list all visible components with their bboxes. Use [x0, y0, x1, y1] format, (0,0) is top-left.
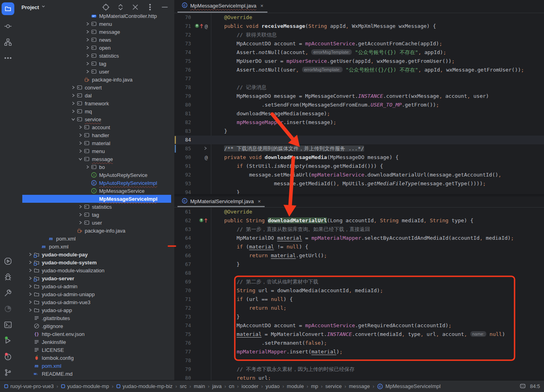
chevron-right-icon[interactable]: [70, 92, 76, 99]
line-number[interactable]: 84: [174, 136, 191, 144]
code-line-80[interactable]: 80 return url;: [174, 374, 544, 380]
line-number[interactable]: 92: [174, 171, 191, 179]
line-number[interactable]: 81: [174, 109, 191, 118]
chevron-right-icon[interactable]: [27, 259, 33, 266]
tree-item-tag[interactable]: tag: [16, 60, 174, 68]
code-line-74[interactable]: 74 Assert.notNull(account, errorMsgTempl…: [174, 48, 544, 57]
chevron-right-icon[interactable]: [77, 132, 84, 138]
close-icon[interactable]: ×: [260, 3, 263, 9]
chevron-right-icon[interactable]: [84, 60, 91, 67]
breadcrumb-item[interactable]: mp: [311, 383, 318, 389]
line-number[interactable]: 78: [174, 356, 191, 365]
tree-item-framework[interactable]: framework: [16, 99, 174, 107]
tree-item-readme-md[interactable]: M↓README.md: [16, 370, 174, 378]
line-number[interactable]: 71: [174, 295, 191, 304]
code-line-67[interactable]: 67 }: [174, 260, 544, 269]
line-number[interactable]: 90: [174, 153, 191, 162]
tool-button-git-icon[interactable]: [2, 366, 14, 379]
breadcrumb-item[interactable]: main: [194, 383, 205, 389]
line-number[interactable]: 85: [174, 144, 191, 153]
breadcrumb-item[interactable]: iocoder: [242, 383, 259, 389]
tree-item-service[interactable]: service: [16, 115, 174, 123]
tree-item-pom-xml[interactable]: mpom.xml: [16, 362, 174, 370]
chevron-right-icon[interactable]: [84, 68, 91, 75]
chevron-right-icon[interactable]: [84, 45, 91, 51]
code-line-80[interactable]: 80 .setSendFrom(MpMessageSendFromEnum.US…: [174, 101, 544, 109]
tree-item-dal[interactable]: dal: [16, 91, 174, 99]
tab-mpmaterialserviceimpl[interactable]: C MpMaterialServiceImpl.java ×: [177, 196, 265, 207]
tool-button-problems-icon[interactable]: [2, 351, 14, 363]
line-number[interactable]: 91: [174, 162, 191, 171]
tree-item-handler[interactable]: handler: [16, 131, 174, 139]
line-number[interactable]: 75: [174, 330, 191, 339]
tree-item-open[interactable]: open: [16, 44, 174, 52]
breadcrumb-item[interactable]: ruoyi-vue-pro-vue3: [4, 383, 54, 389]
line-number[interactable]: 70: [174, 286, 191, 295]
code-area-top[interactable]: 70 @Override71@ public void receiveMessa…: [174, 13, 544, 194]
code-line-75[interactable]: 75 material = MpMaterialConvert.INSTANCE…: [174, 330, 544, 339]
tree-item-mpautoreplyservice[interactable]: IMpAutoReplyService: [16, 171, 174, 179]
chevron-right-icon[interactable]: [70, 108, 76, 114]
chevron-right-icon[interactable]: [77, 204, 84, 210]
gutter-ovr-icon[interactable]: [199, 216, 208, 225]
code-line-76[interactable]: 76 Assert.notNull(user, errorMsgTemplate…: [174, 66, 544, 74]
code-line-70[interactable]: 70 String url = downloadMedia(accountId,…: [174, 286, 544, 295]
tree-item-material[interactable]: material: [16, 139, 174, 147]
code-line-74[interactable]: 74 MpAccountDO account = mpAccountServic…: [174, 321, 544, 330]
tree-item-mq[interactable]: mq: [16, 107, 174, 115]
chevron-right-icon[interactable]: [84, 37, 91, 43]
code-line-85[interactable]: 85 /** 下载消息使用到的媒体文件，并上传到文件服务 ...*/: [174, 144, 544, 153]
tree-item-message[interactable]: message: [16, 155, 174, 163]
chevron-right-icon[interactable]: [27, 291, 33, 297]
close-icon[interactable]: ×: [258, 198, 261, 204]
kebab-icon[interactable]: [146, 3, 154, 11]
tree-item-mpautoreplyserviceimpl[interactable]: CMpAutoReplyServiceImpl: [16, 179, 174, 187]
line-number[interactable]: 72: [174, 31, 191, 39]
code-area-bottom[interactable]: 61 @Override62 public String downloadMat…: [174, 208, 544, 380]
breadcrumb-item[interactable]: module: [287, 383, 304, 389]
line-number[interactable]: 64: [174, 234, 191, 243]
breadcrumb-item[interactable]: java: [212, 383, 222, 389]
line-number[interactable]: 79: [174, 365, 191, 374]
line-number[interactable]: 63: [174, 225, 191, 234]
code-line-70[interactable]: 70 @Override: [174, 13, 544, 22]
code-line-64[interactable]: 64 MpMaterialDO material = mpMaterialMap…: [174, 234, 544, 243]
tool-button-build-icon[interactable]: [2, 287, 14, 299]
line-number[interactable]: 67: [174, 260, 191, 269]
line-number[interactable]: 79: [174, 92, 191, 101]
tab-mpmessageserviceimpl[interactable]: C MpMessageServiceImpl.java ×: [177, 0, 267, 13]
tree-item-menu[interactable]: menu: [16, 20, 174, 28]
tree-item-yudao-ui-app[interactable]: yudao-ui-app: [16, 306, 174, 314]
chevron-right-icon[interactable]: [27, 299, 33, 305]
code-line-77[interactable]: 77: [174, 74, 544, 83]
tree-item--gitignore[interactable]: .gitignore: [16, 322, 174, 330]
tree-item-yudao-ui-admin-uniapp[interactable]: yudao-ui-admin-uniapp: [16, 290, 174, 298]
chevron-right-icon[interactable]: [27, 267, 33, 274]
code-line-62[interactable]: 62 public String downloadMaterialUrl(Lon…: [174, 216, 544, 225]
breadcrumb-item[interactable]: CMpMessageServiceImpl: [377, 383, 441, 390]
tree-item-yudao-server[interactable]: yudao-server: [16, 274, 174, 282]
code-line-73[interactable]: 73 MpAccountDO account = mpAccountServic…: [174, 39, 544, 48]
gutter-at-icon[interactable]: @: [205, 22, 208, 31]
code-line-84[interactable]: 84: [174, 136, 544, 144]
line-number[interactable]: 70: [174, 13, 191, 22]
tree-item-statistics[interactable]: statistics: [16, 203, 174, 211]
line-number[interactable]: 73: [174, 39, 191, 48]
tool-button-project[interactable]: [2, 2, 14, 15]
chevron-right-icon[interactable]: [84, 52, 91, 59]
line-number[interactable]: 74: [174, 321, 191, 330]
tree-item-user[interactable]: user: [16, 219, 174, 227]
code-line-63[interactable]: 63 // 第一步，直接从数据库查询。如果已经下载，直接返回: [174, 225, 544, 234]
chevron-right-icon[interactable]: [84, 21, 91, 27]
expand-icon[interactable]: [117, 3, 125, 11]
tool-button-debug-icon[interactable]: [2, 271, 14, 283]
line-number[interactable]: 72: [174, 304, 191, 312]
tree-item-license[interactable]: LICENSE: [16, 346, 174, 354]
code-line-79[interactable]: 79 // 不考虑下载永久素材，因为上传的时候已经保存: [174, 365, 544, 374]
breadcrumb-item[interactable]: yudao-module-mp: [61, 383, 109, 389]
code-line-71[interactable]: 71 if (url == null) {: [174, 295, 544, 304]
line-number[interactable]: 73: [174, 312, 191, 321]
code-line-94[interactable]: 94 }: [174, 188, 544, 194]
code-line-68[interactable]: 68: [174, 269, 544, 278]
code-line-78[interactable]: 78 // 记录消息: [174, 83, 544, 92]
